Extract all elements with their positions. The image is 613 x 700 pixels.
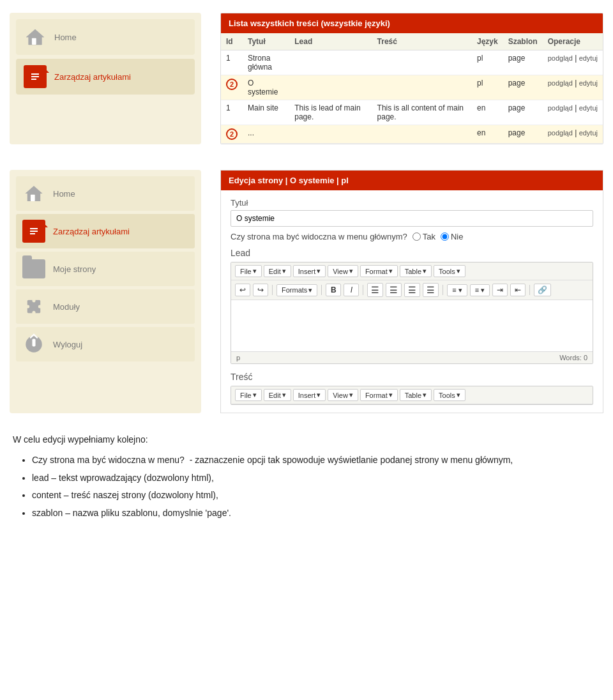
lead-toolbar2: ↩ ↪ Formats ▾ B I ☰ ☰ [231,280,593,300]
radio-nie-label[interactable]: Nie [441,232,464,241]
sidebar2-item-wyloguj[interactable]: Wyloguj [16,327,195,361]
table-label: Table [405,268,421,275]
format-menu-btn[interactable]: Format ▾ [360,265,398,277]
podglad-link[interactable]: podgląd [548,79,573,87]
radio-nie[interactable] [441,232,449,241]
cell-jezyk: en [472,100,503,125]
indent-btn[interactable]: ⇥ [492,284,508,296]
tresc-edit-chevron: ▾ [282,391,286,399]
formats-btn[interactable]: Formats ▾ [276,284,317,296]
section1: Home Zarządzaj artykułami Lis [0,6,613,151]
tresc-insert-label: Insert [298,392,316,399]
tresc-table-chevron: ▾ [423,391,427,399]
svg-rect-1 [32,38,36,45]
justify-btn[interactable]: ☰ [423,283,439,297]
edit-menu-btn[interactable]: Edit ▾ [264,265,291,277]
insert-menu-btn[interactable]: Insert ▾ [293,265,326,277]
align-left-btn[interactable]: ☰ [367,283,383,297]
table-row: 1 Main site This is lead of main page. T… [221,100,603,125]
article-list-title: Lista wszystkich treści (wszystkie język… [221,13,603,33]
table-row: 2 O systemie pl page podgląd | edytuj [221,75,603,100]
radio-tak-text: Tak [423,232,435,241]
divider3 [363,285,363,295]
divider2 [321,285,322,295]
cell-tresc [372,125,472,144]
cell-szablon: page [503,125,543,144]
tytul-input[interactable] [231,210,593,227]
table-menu-btn[interactable]: Table ▾ [400,265,432,277]
edytuj-link[interactable]: edytuj [579,54,598,62]
table-body: 1 Stronagłówna pl page podgląd | edytuj [221,50,603,144]
sidebar2-wyloguj-label: Wyloguj [53,340,82,349]
sidebar-item-home1[interactable]: Home [16,19,195,55]
cell-tytul: O systemie [243,75,289,100]
tresc-table-label: Table [405,392,421,399]
podglad-link[interactable]: podgląd [548,129,573,137]
edit-box: Edycja strony | O systemie | pl Tytuł Cz… [220,170,603,413]
sidebar2-item-moje[interactable]: Moje strony [16,252,195,286]
radio-tak-label[interactable]: Tak [412,232,435,241]
col-szablon: Szablon [503,33,543,50]
tresc-edit-label: Edit [269,392,281,399]
align-right-btn[interactable]: ☰ [404,283,420,297]
tresc-file-btn[interactable]: File ▾ [235,389,262,401]
list-bullet-btn[interactable]: ≡ ▾ [447,284,467,296]
table-chevron: ▾ [423,267,427,275]
edytuj-link[interactable]: edytuj [579,104,598,112]
svg-rect-6 [31,195,35,201]
tresc-view-btn[interactable]: View ▾ [328,389,358,401]
cell-tytul: Stronagłówna [243,50,289,75]
sidebar2-item-home[interactable]: Home [16,176,195,211]
podglad-link[interactable]: podgląd [548,104,573,112]
folder-icon [21,256,47,282]
lead-label: Lead [231,248,593,258]
sidebar-item-articles1[interactable]: Zarządzaj artykułami [16,59,195,95]
sidebar2: Home Zarządzaj artykułami [10,170,201,413]
svg-rect-13 [25,305,29,308]
radio-tak[interactable] [412,232,421,241]
tresc-format-btn[interactable]: Format ▾ [360,389,398,401]
file-menu-btn[interactable]: File ▾ [235,265,262,277]
edytuj-link[interactable]: edytuj [579,79,598,87]
tresc-insert-btn[interactable]: Insert ▾ [293,389,326,401]
edit-form: Tytuł Czy strona ma być widoczna w menu … [221,190,603,413]
view-menu-btn[interactable]: View ▾ [328,265,358,277]
italic-btn[interactable]: I [344,284,359,296]
cell-id: 1 [221,100,243,125]
sidebar2-item-articles[interactable]: Zarządzaj artykułami [16,214,195,248]
podglad-link[interactable]: podgląd [548,54,573,62]
cell-szablon: page [503,75,543,100]
lead-editor-footer: p Words: 0 [231,351,593,363]
redo-btn[interactable]: ↪ [253,284,268,296]
outdent-btn[interactable]: ⇤ [510,284,526,296]
cell-tresc [372,50,472,75]
tresc-table-btn[interactable]: Table ▾ [400,389,432,401]
edytuj-link[interactable]: edytuj [579,129,598,137]
table-row: 2 ... en page podgląd | edytuj [221,125,603,144]
page-wrapper: Home Zarządzaj artykułami Lis [0,0,613,700]
sidebar2-item-moduly[interactable]: Moduły [16,289,195,324]
cell-szablon: page [503,100,543,125]
bold-btn[interactable]: B [326,284,341,296]
tresc-edit-btn[interactable]: Edit ▾ [264,389,291,401]
svg-rect-14 [38,305,43,308]
view-label: View [333,268,348,275]
list-num-btn[interactable]: ≡ ▾ [470,284,490,296]
file-chevron: ▾ [253,267,257,275]
cell-szablon: page [503,50,543,75]
tresc-view-chevron: ▾ [349,391,353,399]
cell-ops: podgląd | edytuj [543,50,603,75]
view-chevron: ▾ [349,267,353,275]
lead-editor-body[interactable] [231,300,593,351]
cell-id: 2 [221,125,243,144]
undo-btn[interactable]: ↩ [235,284,250,296]
sidebar-item-home1-label: Home [54,33,77,42]
align-center-btn[interactable]: ☰ [386,283,402,297]
divider5 [529,285,530,295]
svg-rect-12 [32,311,35,316]
tresc-format-chevron: ▾ [389,391,393,399]
tresc-format-label: Format [365,392,388,399]
tools-menu-btn[interactable]: Tools ▾ [434,265,465,277]
link-btn[interactable]: 🔗 [534,284,551,296]
tresc-tools-btn[interactable]: Tools ▾ [434,389,465,401]
